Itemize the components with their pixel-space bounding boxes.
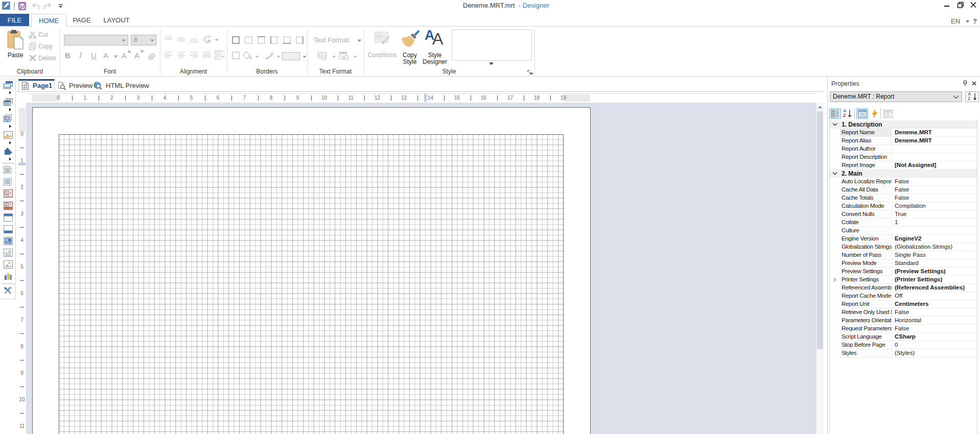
svg-text:A: A: [5, 117, 7, 120]
svg-text:A: A: [6, 203, 8, 206]
svg-text:5: 5: [342, 56, 344, 59]
svg-text:A: A: [378, 34, 381, 38]
svg-text:A: A: [5, 251, 8, 256]
svg-text:A: A: [6, 191, 8, 195]
